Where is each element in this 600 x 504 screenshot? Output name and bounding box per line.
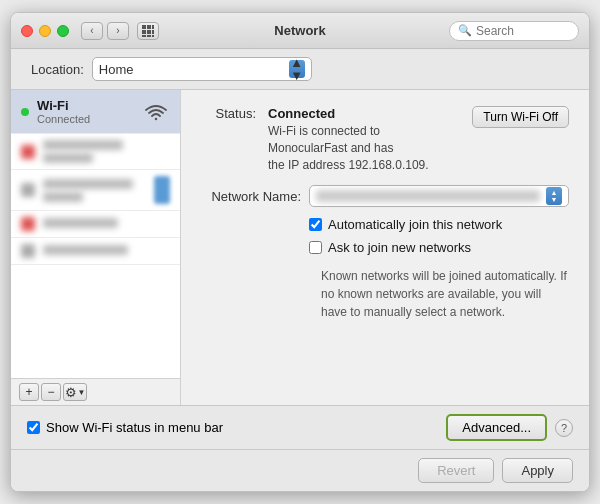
location-arrows: ▲ ▼ (289, 60, 305, 78)
svg-rect-6 (142, 35, 146, 37)
gear-chevron-icon: ▼ (78, 388, 86, 397)
sidebar-item-info: Wi-Fi Connected (37, 98, 134, 125)
revert-button[interactable]: Revert (418, 458, 494, 483)
turn-wifi-off-button[interactable]: Turn Wi-Fi Off (472, 106, 569, 128)
show-wifi-checkbox[interactable] (27, 421, 40, 434)
maximize-button[interactable] (57, 25, 69, 37)
bottom-bar: Show Wi-Fi status in menu bar Advanced..… (11, 405, 589, 449)
status-value: Connected (268, 106, 335, 121)
status-row: Status: Connected Wi-Fi is connected to … (201, 106, 569, 173)
network-window: ‹ › Network 🔍 Location: Home (10, 12, 590, 492)
main-footer: Show Wi-Fi status in menu bar Advanced..… (11, 405, 589, 491)
svg-rect-0 (142, 25, 146, 29)
sidebar-controls: + − ⚙ ▼ (11, 378, 180, 405)
close-button[interactable] (21, 25, 33, 37)
network-name-row: Network Name: ▲ ▼ (201, 185, 569, 207)
network-name-arrows: ▲ ▼ (546, 187, 562, 205)
location-label: Location: (31, 62, 84, 77)
wifi-signal-icon (142, 101, 170, 123)
ask-new-info: Known networks will be joined automatica… (321, 267, 569, 321)
show-wifi-label[interactable]: Show Wi-Fi status in menu bar (46, 420, 223, 435)
search-box[interactable]: 🔍 (449, 21, 579, 41)
svg-rect-1 (147, 25, 151, 29)
ask-new-label[interactable]: Ask to join new networks (328, 240, 471, 255)
svg-rect-5 (152, 30, 154, 34)
network-name-label: Network Name: (201, 189, 301, 204)
auto-join-checkbox[interactable] (309, 218, 322, 231)
grid-button[interactable] (137, 22, 159, 40)
sidebar-item-blurred-1[interactable] (11, 134, 180, 170)
sidebar-item-blurred-4[interactable] (11, 238, 180, 265)
ask-new-checkbox[interactable] (309, 241, 322, 254)
gear-icon: ⚙ (65, 385, 77, 400)
auto-join-row: Automatically join this network (309, 217, 569, 232)
right-panel: Status: Connected Wi-Fi is connected to … (181, 90, 589, 405)
location-select[interactable]: Home ▲ ▼ (92, 57, 312, 81)
advanced-button[interactable]: Advanced... (446, 414, 547, 441)
gear-button[interactable]: ⚙ ▼ (63, 383, 87, 401)
sidebar-item-blurred-2[interactable] (11, 170, 180, 211)
add-button[interactable]: + (19, 383, 39, 401)
sidebar-item-status: Connected (37, 113, 134, 125)
sidebar-item-wifi[interactable]: Wi-Fi Connected (11, 90, 180, 134)
sidebar: Wi-Fi Connected (11, 90, 181, 405)
svg-rect-2 (152, 25, 154, 29)
location-bar: Location: Home ▲ ▼ (11, 49, 589, 90)
traffic-lights (21, 25, 69, 37)
main-content: Wi-Fi Connected (11, 90, 589, 405)
search-icon: 🔍 (458, 24, 472, 37)
search-input[interactable] (476, 24, 570, 38)
status-dot (21, 108, 29, 116)
nav-buttons: ‹ › (81, 22, 129, 40)
show-wifi-row: Show Wi-Fi status in menu bar (27, 420, 223, 435)
minimize-button[interactable] (39, 25, 51, 37)
svg-rect-3 (142, 30, 146, 34)
network-name-select[interactable]: ▲ ▼ (309, 185, 569, 207)
help-button[interactable]: ? (555, 419, 573, 437)
status-description: Wi-Fi is connected to MonocularFast and … (268, 123, 460, 173)
network-name-value (316, 190, 540, 202)
svg-rect-4 (147, 30, 151, 34)
sidebar-item-name: Wi-Fi (37, 98, 134, 113)
apply-button[interactable]: Apply (502, 458, 573, 483)
action-buttons: Revert Apply (11, 449, 589, 491)
auto-join-label[interactable]: Automatically join this network (328, 217, 502, 232)
sidebar-item-blurred-3[interactable] (11, 211, 180, 238)
back-button[interactable]: ‹ (81, 22, 103, 40)
svg-rect-7 (147, 35, 151, 37)
location-value: Home (99, 62, 289, 77)
forward-button[interactable]: › (107, 22, 129, 40)
ask-new-row: Ask to join new networks (309, 240, 569, 255)
svg-rect-8 (152, 35, 154, 37)
window-title: Network (274, 23, 325, 38)
status-info: Connected Wi-Fi is connected to Monocula… (268, 106, 460, 173)
status-label: Status: (201, 106, 256, 121)
titlebar: ‹ › Network 🔍 (11, 13, 589, 49)
remove-button[interactable]: − (41, 383, 61, 401)
